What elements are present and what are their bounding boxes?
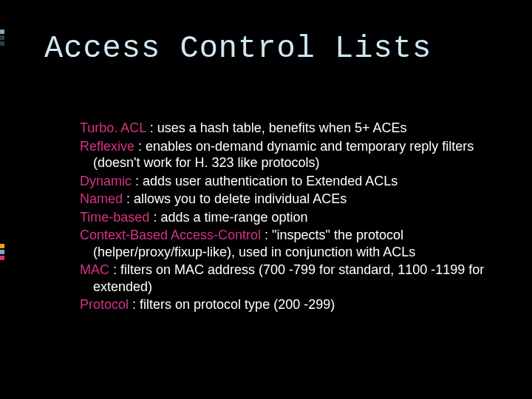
accent-square — [0, 41, 4, 46]
list-item: MAC : filters on MAC address (700 -799 f… — [80, 262, 488, 295]
slide: Access Control Lists Turbo. ACL : uses a… — [0, 0, 532, 399]
list-item: Context-Based Access-Control : "inspects… — [80, 227, 488, 260]
accent-square — [0, 256, 4, 260]
acl-desc: : allows you to delete individual ACEs — [123, 191, 347, 206]
list-item: Dynamic : adds user authentication to Ex… — [80, 173, 488, 190]
acl-term: Named — [80, 191, 123, 206]
accent-square — [0, 35, 4, 40]
list-item: Reflexive : enables on-demand dynamic an… — [80, 138, 488, 171]
acl-term: Protocol — [80, 297, 129, 312]
slide-body: Turbo. ACL : uses a hash table, benefits… — [80, 120, 488, 315]
acl-desc: : filters on MAC address (700 -799 for s… — [93, 262, 484, 294]
acl-desc: : adds a time-range option — [149, 210, 307, 225]
acl-desc: : enables on-demand dynamic and temporar… — [93, 139, 474, 171]
list-item: Time-based : adds a time-range option — [80, 209, 488, 226]
list-item: Named : allows you to delete individual … — [80, 191, 488, 208]
acl-term: MAC — [80, 262, 109, 277]
left-accent-top — [0, 30, 4, 47]
accent-square — [0, 30, 4, 34]
acl-term: Time-based — [80, 210, 149, 225]
accent-square — [0, 250, 4, 254]
acl-term: Context-Based Access-Control — [80, 228, 261, 242]
acl-desc: : filters on protocol type (200 -299) — [129, 297, 335, 312]
left-accent-bottom — [0, 244, 4, 262]
acl-term: Dynamic — [80, 174, 132, 188]
slide-title: Access Control Lists — [44, 31, 502, 66]
acl-term: Turbo. ACL — [80, 120, 146, 135]
accent-square — [0, 244, 4, 248]
acl-desc: : uses a hash table, benefits when 5+ AC… — [146, 120, 407, 135]
acl-term: Reflexive — [80, 139, 134, 154]
acl-desc: : adds user authentication to Extended A… — [132, 174, 398, 188]
list-item: Protocol : filters on protocol type (200… — [80, 296, 488, 313]
list-item: Turbo. ACL : uses a hash table, benefits… — [80, 120, 488, 137]
